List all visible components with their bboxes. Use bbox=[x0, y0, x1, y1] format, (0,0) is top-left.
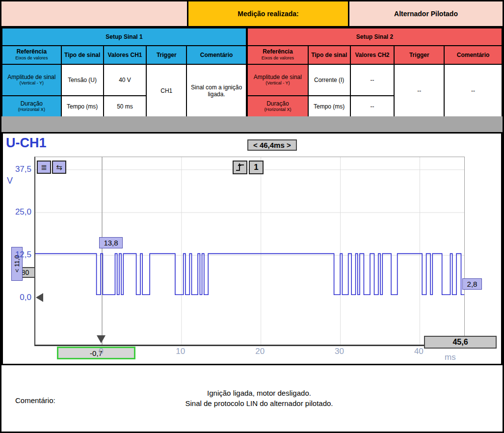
y-axis-tick-label: 25,0 bbox=[3, 207, 31, 217]
x-axis-tick-label: 10 bbox=[171, 347, 190, 356]
separator-band bbox=[1, 116, 503, 132]
x-axis-tick-label: 20 bbox=[250, 347, 270, 356]
setup1-amplitude-valor: 40 V bbox=[104, 64, 147, 96]
comment-label: Comentário: bbox=[15, 396, 55, 405]
setup2-duracao-label-line1: Duração bbox=[249, 101, 307, 107]
setup-tables: Setup Sinal 1 ReferênciaEixos de valores… bbox=[1, 27, 503, 117]
setup1-amplitude-tipo: Tensão (U) bbox=[61, 64, 104, 96]
waveform-plot-area bbox=[34, 157, 465, 346]
report-header-row: Medição realizada: Alternador Pilotado bbox=[1, 1, 503, 27]
setup2-amplitude-tipo: Corrente (I) bbox=[308, 64, 350, 96]
y-axis-tick-label: 37,5 bbox=[3, 164, 31, 174]
time-span-badge[interactable]: < 46,4ms > bbox=[247, 139, 297, 151]
setup2-comentario-value: -- bbox=[444, 64, 502, 117]
x-axis-unit-label: ms bbox=[445, 352, 456, 362]
comment-section: Comentário: Ignição ligada, motor deslig… bbox=[1, 365, 503, 432]
setup1-col-referencia-line1: Referência bbox=[3, 49, 60, 55]
setup2-col-referencia: ReferênciaEixos de valores bbox=[247, 46, 308, 64]
setup2-amplitude-valor: -- bbox=[350, 64, 395, 96]
lin-waveform bbox=[35, 157, 464, 345]
trigger-indicator: 1 bbox=[233, 161, 264, 174]
voltage-cursor-low-badge[interactable]: 2,8 bbox=[462, 278, 482, 290]
x-axis-tick-label: 0 bbox=[91, 347, 111, 356]
setup1-comentario-value: Sinal com a ignição ligada. bbox=[186, 64, 246, 117]
setup2-amplitude-label-line1: Amplitude de sinal bbox=[249, 74, 307, 80]
channel-label: U-CH1 bbox=[6, 135, 47, 151]
setup2-duracao-tipo: Tempo (ms) bbox=[308, 96, 350, 117]
setup1-duracao-label-line2: (Horizontal X) bbox=[3, 107, 60, 112]
measurement-performed-value: Alternador Pilotado bbox=[348, 1, 503, 26]
setup2-amplitude-label-line2: (Vertical - Y) bbox=[249, 80, 307, 86]
oscilloscope-capture-frame: U-CH1 < 46,4ms > ≣ ⇆ 1 V ms 13,8 2,8 < 1… bbox=[1, 132, 503, 365]
voltage-cursor-high-badge[interactable]: 13,8 bbox=[99, 237, 123, 248]
comment-line-2: Sinal de protocolo LIN do alternador pil… bbox=[75, 398, 443, 408]
setup1-duracao-label: Duração(Horizontal X) bbox=[2, 96, 61, 117]
time-cursor-right-badge[interactable]: 45,6 bbox=[424, 336, 497, 349]
setup1-title: Setup Sinal 1 bbox=[2, 28, 246, 46]
comment-text: Ignição ligada, motor desligado. Sinal d… bbox=[75, 388, 443, 408]
setup1-col-valores: Valores CH1 bbox=[104, 46, 147, 64]
header-blank-cell bbox=[1, 1, 187, 26]
setup1-col-trigger: Trigger bbox=[146, 46, 186, 64]
y-axis-unit-label: V bbox=[7, 176, 13, 186]
ground-level-marker-icon[interactable] bbox=[36, 293, 43, 302]
setup2-col-trigger: Trigger bbox=[394, 46, 444, 64]
setup-signal-1-table: Setup Sinal 1 ReferênciaEixos de valores… bbox=[1, 27, 247, 117]
channel-toolbar: ≣ ⇆ bbox=[37, 161, 66, 174]
setup1-amplitude-label-line1: Amplitude de sinal bbox=[3, 74, 60, 80]
setup2-trigger-value: -- bbox=[394, 64, 444, 117]
measurement-report-page: Medição realizada: Alternador Pilotado S… bbox=[0, 0, 504, 433]
trigger-slope-icon[interactable] bbox=[233, 161, 247, 174]
trigger-channel-number[interactable]: 1 bbox=[249, 161, 264, 174]
setup2-col-comentario: Comentário bbox=[444, 46, 502, 64]
setup1-col-comentario: Comentário bbox=[186, 46, 246, 64]
setup2-col-tipo: Tipo de sinal bbox=[308, 46, 350, 64]
setup2-col-referencia-line1: Referência bbox=[249, 49, 307, 55]
y-axis-tick-label: 12,5 bbox=[3, 250, 31, 260]
setup2-duracao-label: Duração(Horizontal X) bbox=[247, 96, 308, 117]
setup2-title: Setup Sinal 2 bbox=[247, 28, 502, 46]
oscilloscope-screen: U-CH1 < 46,4ms > ≣ ⇆ 1 V ms 13,8 2,8 < 1… bbox=[3, 134, 501, 364]
setup1-col-referencia-line2: Eixos de valores bbox=[3, 55, 60, 61]
setup1-duracao-tipo: Tempo (ms) bbox=[61, 96, 104, 117]
trigger-position-marker-icon[interactable] bbox=[97, 335, 106, 343]
setup1-duracao-valor: 50 ms bbox=[104, 96, 147, 117]
setup1-amplitude-label-line2: (Vertical - Y) bbox=[3, 80, 60, 86]
setup-signal-2-table: Setup Sinal 2 ReferênciaEixos de valores… bbox=[247, 27, 503, 117]
setup1-col-tipo: Tipo de sinal bbox=[61, 46, 104, 64]
setup1-amplitude-label: Amplitude de sinal(Vertical - Y) bbox=[2, 64, 61, 96]
comment-line-1: Ignição ligada, motor desligado. bbox=[75, 388, 443, 398]
setup2-duracao-valor: -- bbox=[350, 96, 395, 117]
channel-coupling-icon[interactable]: ⇆ bbox=[52, 161, 66, 174]
setup1-col-referencia: ReferênciaEixos de valores bbox=[2, 46, 61, 64]
setup2-col-valores: Valores CH2 bbox=[350, 46, 395, 64]
y-axis-tick-label: 0,0 bbox=[3, 293, 31, 302]
setup1-trigger-value: CH1 bbox=[146, 64, 186, 117]
channel-lines-icon[interactable]: ≣ bbox=[37, 161, 51, 174]
setup2-col-referencia-line2: Eixos de valores bbox=[249, 55, 307, 61]
measurement-performed-label: Medição realizada: bbox=[187, 1, 348, 26]
x-axis-tick-label: 40 bbox=[409, 347, 428, 356]
setup1-duracao-label-line1: Duração bbox=[3, 101, 60, 107]
setup2-amplitude-label: Amplitude de sinal(Vertical - Y) bbox=[247, 64, 308, 96]
setup2-duracao-label-line2: (Horizontal X) bbox=[249, 107, 307, 112]
x-axis-tick-label: 30 bbox=[330, 347, 349, 356]
